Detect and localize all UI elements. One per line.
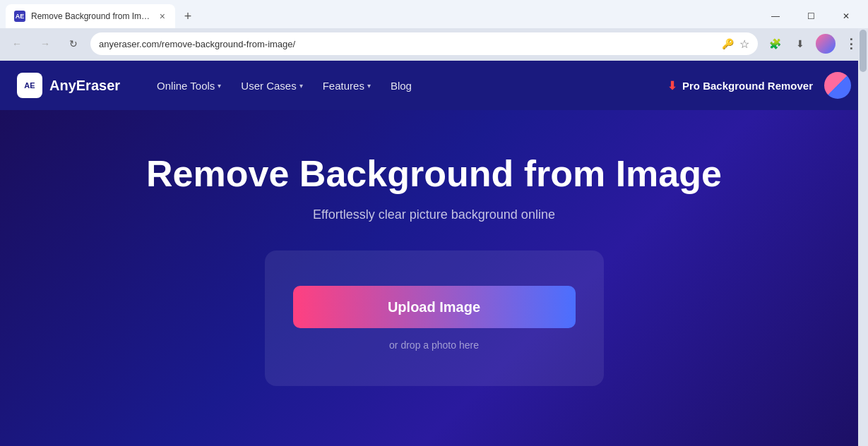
nav-blog[interactable]: Blog xyxy=(382,74,420,97)
site-nav: AE AnyEraser Online Tools ▾ User Cases ▾… xyxy=(0,61,868,110)
menu-icon: ⋮ xyxy=(845,36,857,52)
nav-links: Online Tools ▾ User Cases ▾ Features ▾ B… xyxy=(148,74,650,97)
download-button[interactable]: ⬇ xyxy=(789,32,811,55)
chevron-down-icon: ▾ xyxy=(367,82,371,90)
toolbar-icons: 🧩 ⬇ ⋮ xyxy=(763,32,862,55)
profile-avatar xyxy=(816,34,836,54)
upload-image-button[interactable]: Upload Image xyxy=(293,286,576,328)
address-icons: 🔑 ☆ xyxy=(722,37,749,51)
scrollbar-thumb[interactable] xyxy=(860,30,867,72)
active-tab[interactable]: AE Remove Background from Ima… × xyxy=(6,4,175,28)
drop-text: or drop a photo here xyxy=(389,339,479,351)
extensions-icon: 🧩 xyxy=(769,38,781,49)
reload-icon: ↻ xyxy=(69,38,78,49)
tab-bar: AE Remove Background from Ima… × + — ☐ ✕ xyxy=(0,0,868,28)
close-button[interactable]: ✕ xyxy=(830,5,862,28)
back-icon: ← xyxy=(12,38,22,49)
upload-area: Upload Image or drop a photo here xyxy=(265,251,604,386)
browser-toolbar: ← → ↻ anyeraser.com/remove-background-fr… xyxy=(0,28,868,61)
forward-icon: → xyxy=(40,38,50,49)
tab-group: AE Remove Background from Ima… × + xyxy=(6,4,756,28)
password-icon[interactable]: 🔑 xyxy=(722,38,734,49)
brand-name: AnyEraser xyxy=(49,78,120,94)
tab-title: Remove Background from Ima… xyxy=(31,11,153,21)
chevron-down-icon: ▾ xyxy=(299,82,303,90)
nav-user-cases[interactable]: User Cases ▾ xyxy=(232,74,311,97)
maximize-button[interactable]: ☐ xyxy=(795,5,827,28)
nav-features[interactable]: Features ▾ xyxy=(314,74,379,97)
extensions-button[interactable]: 🧩 xyxy=(763,32,786,55)
browser-chrome: AE Remove Background from Ima… × + — ☐ ✕… xyxy=(0,0,868,61)
website: AE AnyEraser Online Tools ▾ User Cases ▾… xyxy=(0,61,868,446)
hero-subtitle: Effortlessly clear picture background on… xyxy=(313,207,555,222)
reload-button[interactable]: ↻ xyxy=(62,32,85,55)
window-controls: — ☐ ✕ xyxy=(759,5,862,28)
pro-download-icon: ⬇ xyxy=(667,79,677,92)
hero-title: Remove Background from Image xyxy=(146,152,722,195)
back-button[interactable]: ← xyxy=(6,32,28,55)
logo-box: AE xyxy=(17,73,42,98)
nav-online-tools[interactable]: Online Tools ▾ xyxy=(148,74,230,97)
download-icon: ⬇ xyxy=(796,38,804,49)
logo-area[interactable]: AE AnyEraser xyxy=(17,73,120,98)
chevron-down-icon: ▾ xyxy=(218,82,221,90)
profile-button[interactable] xyxy=(814,32,837,55)
new-tab-button[interactable]: + xyxy=(178,6,198,26)
address-text: anyeraser.com/remove-background-from-ima… xyxy=(99,39,716,49)
hero-section: Remove Background from Image Effortlessl… xyxy=(0,110,868,446)
scrollbar[interactable] xyxy=(858,28,868,446)
star-icon[interactable]: ☆ xyxy=(739,37,749,51)
forward-button[interactable]: → xyxy=(34,32,57,55)
user-avatar[interactable] xyxy=(824,72,851,99)
address-bar[interactable]: anyeraser.com/remove-background-from-ima… xyxy=(90,32,758,55)
pro-background-remover-button[interactable]: ⬇ Pro Background Remover xyxy=(656,73,824,98)
minimize-button[interactable]: — xyxy=(759,5,792,28)
tab-favicon: AE xyxy=(14,11,25,22)
tab-close-icon[interactable]: × xyxy=(158,9,167,23)
